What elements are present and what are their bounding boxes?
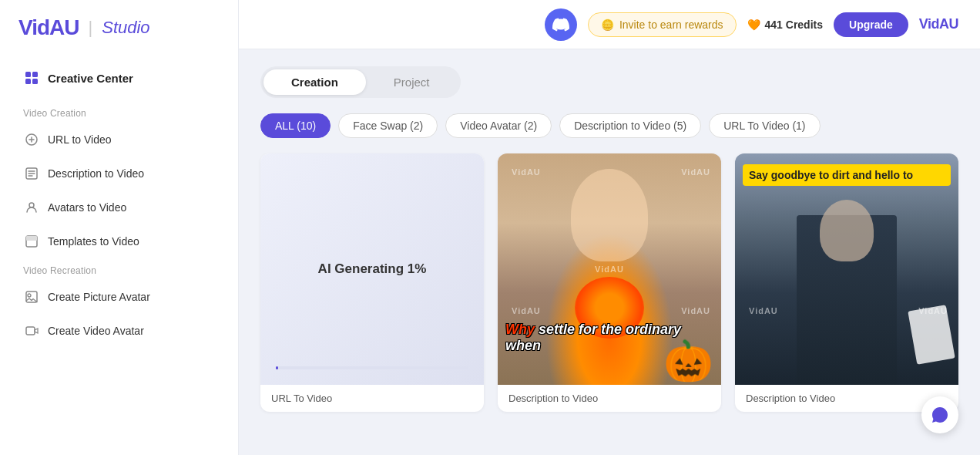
sidebar-item-create-picture-avatar[interactable]: Create Picture Avatar — [12, 281, 226, 313]
main-content: Creation Project ALL (10) Face Swap (2) … — [239, 49, 980, 455]
watermark-s4: VidAU — [749, 306, 778, 315]
sidebar-item-avatars-to-video[interactable]: Avatars to Video — [12, 191, 226, 224]
filter-pills: ALL (10) Face Swap (2) Video Avatar (2) … — [260, 113, 958, 138]
description-icon — [23, 165, 40, 182]
overlay-text-suit: Say goodbye to dirt and hello to — [743, 164, 951, 186]
watermark-5: VidAU — [681, 306, 710, 315]
video-thumbnail-generating: AI Generating 1% — [260, 153, 484, 385]
sidebar-nav: Creative Center Video Creation URL to Vi… — [0, 62, 238, 349]
credits-display: 🧡 441 Credits — [747, 19, 823, 31]
halloween-bg: VidAU VidAU VidAU VidAU VidAU Why settle… — [498, 153, 721, 385]
coin-icon: 🪙 — [601, 19, 614, 31]
video-creation-section-title: Video Creation — [12, 102, 226, 123]
video-avatar-icon — [23, 322, 40, 339]
avatar-icon — [23, 199, 40, 216]
logo-divider: | — [89, 18, 93, 38]
link-icon — [23, 131, 40, 148]
logo-area: VidAU | Studio — [0, 15, 238, 62]
chat-support-button[interactable] — [921, 396, 958, 433]
header-brand-label: VidAU — [919, 16, 958, 32]
tab-creation[interactable]: Creation — [263, 69, 366, 95]
main-tabs: Creation Project — [260, 66, 461, 98]
filter-video-avatar[interactable]: Video Avatar (2) — [445, 113, 552, 138]
svg-point-6 — [29, 203, 34, 207]
url-to-video-label: URL to Video — [48, 133, 112, 146]
svg-rect-1 — [32, 72, 38, 77]
watermark-3: VidAU — [595, 265, 624, 274]
filter-face-swap[interactable]: Face Swap (2) — [338, 113, 438, 138]
svg-point-10 — [28, 294, 31, 297]
filter-description-to-video[interactable]: Description to Video (5) — [559, 113, 701, 138]
watermark-4: VidAU — [512, 306, 541, 315]
pumpkin-emoji: 🎃 — [663, 338, 713, 385]
heart-icon: 🧡 — [747, 19, 760, 31]
video-thumbnail-suit: VidAU VidAU VidAU VidAU VidAU Say goodby… — [735, 153, 958, 385]
earn-rewards-button[interactable]: 🪙 Invite to earn rewards — [588, 12, 737, 37]
video-grid: AI Generating 1% URL To Video VidAU VidA… — [260, 153, 958, 412]
sidebar-item-url-to-video[interactable]: URL to Video — [12, 123, 226, 156]
avatars-to-video-label: Avatars to Video — [48, 201, 126, 214]
video-recreation-section-title: Video Recreation — [12, 259, 226, 281]
create-video-avatar-label: Create Video Avatar — [48, 325, 144, 337]
description-to-video-label: Description to Video — [48, 167, 144, 180]
svg-rect-2 — [25, 79, 31, 84]
watermark-1: VidAU — [512, 167, 541, 177]
svg-rect-3 — [32, 79, 38, 84]
watermark-2: VidAU — [681, 167, 710, 177]
svg-rect-0 — [25, 72, 31, 77]
svg-rect-8 — [26, 236, 37, 241]
earn-rewards-label: Invite to earn rewards — [619, 19, 723, 31]
creative-center-label: Creative Center — [48, 72, 133, 85]
video-thumbnail-halloween: VidAU VidAU VidAU VidAU VidAU Why settle… — [498, 153, 721, 385]
discord-button[interactable] — [545, 8, 577, 41]
video-card-halloween[interactable]: VidAU VidAU VidAU VidAU VidAU Why settle… — [498, 153, 721, 412]
video-card-generating[interactable]: AI Generating 1% URL To Video — [260, 153, 484, 412]
sidebar-item-description-to-video[interactable]: Description to Video — [12, 157, 226, 190]
templates-to-video-label: Templates to Video — [48, 235, 139, 248]
suit-bg: VidAU VidAU VidAU VidAU VidAU Say goodby… — [735, 153, 958, 385]
grid-icon — [23, 69, 40, 86]
picture-avatar-icon — [23, 288, 40, 305]
create-picture-avatar-label: Create Picture Avatar — [48, 291, 150, 303]
credits-value: 441 Credits — [765, 19, 823, 31]
header: 🪙 Invite to earn rewards 🧡 441 Credits U… — [239, 0, 980, 49]
main-area: 🪙 Invite to earn rewards 🧡 441 Credits U… — [239, 0, 980, 455]
upgrade-button[interactable]: Upgrade — [834, 12, 908, 37]
template-icon — [23, 233, 40, 250]
logo-studio: Studio — [102, 18, 149, 38]
sidebar-item-templates-to-video[interactable]: Templates to Video — [12, 225, 226, 258]
generating-text: AI Generating 1% — [318, 261, 427, 277]
svg-rect-11 — [26, 327, 35, 335]
filter-url-to-video[interactable]: URL To Video (1) — [709, 113, 820, 138]
video-card-label-2: Description to Video — [498, 385, 721, 412]
video-card-label-1: URL To Video — [260, 385, 484, 412]
tab-project[interactable]: Project — [366, 69, 458, 95]
sidebar: VidAU | Studio Creative Center Video Cre… — [0, 0, 239, 455]
filter-all[interactable]: ALL (10) — [260, 113, 331, 138]
sidebar-item-creative-center[interactable]: Creative Center — [12, 62, 226, 94]
logo-brand: VidAU — [18, 15, 79, 40]
sidebar-item-create-video-avatar[interactable]: Create Video Avatar — [12, 315, 226, 347]
video-card-suit[interactable]: VidAU VidAU VidAU VidAU VidAU Say goodby… — [735, 153, 958, 412]
